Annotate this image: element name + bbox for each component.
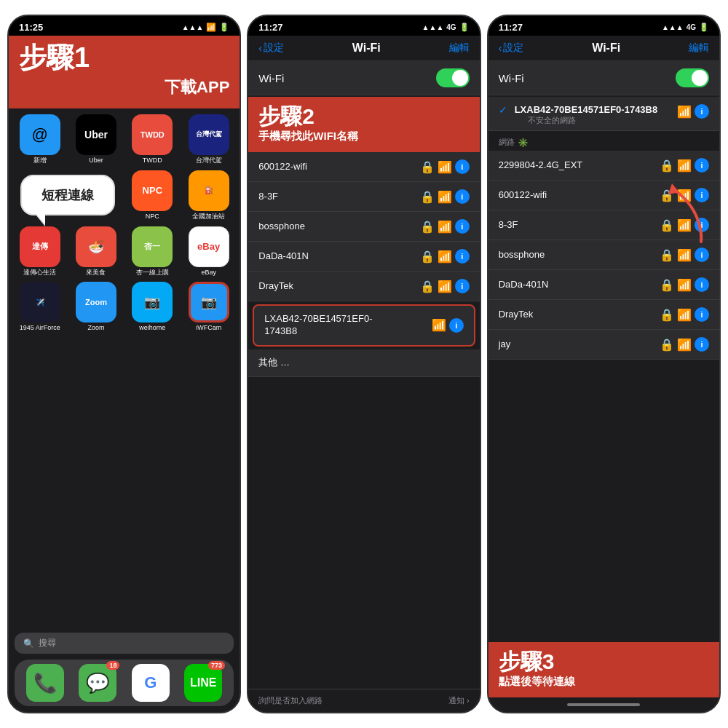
edit-button[interactable]: 編輯 bbox=[449, 41, 470, 55]
wifi-name: DrayTek bbox=[499, 309, 534, 321]
dock-line[interactable]: LINE 773 bbox=[184, 664, 222, 702]
phone3-status-bar: 11:27 ▲▲▲ 4G 🔋 bbox=[488, 16, 719, 36]
step3-subtitle: 點選後等待連線 bbox=[499, 675, 709, 689]
network-section-header: 網路 ✳️ bbox=[488, 131, 719, 151]
info-button[interactable]: i bbox=[695, 337, 709, 352]
app-email[interactable]: @ 新增 bbox=[15, 114, 65, 165]
dock-phone[interactable]: 📞 bbox=[26, 664, 64, 702]
app-taiwanrep-icon: 台灣代駕 bbox=[189, 114, 229, 155]
connected-ssid: LXAB42-70BE14571EF0-1743B8 bbox=[515, 104, 658, 115]
back-button[interactable]: ‹ 設定 bbox=[258, 41, 284, 55]
signal-icon: ▲▲▲ bbox=[182, 23, 204, 31]
info-button[interactable]: i bbox=[449, 318, 464, 333]
app-gasstation[interactable]: ⛽ 全國加油站 bbox=[183, 170, 234, 221]
wifi-item-lxab42[interactable]: LXAB42-70BE14571EF0-1743B8 📶 i bbox=[253, 304, 475, 347]
lock-icon: 🔒 bbox=[660, 308, 674, 322]
app-iwfcam[interactable]: 📷 iWFCam bbox=[183, 282, 234, 332]
app-taiwanrep[interactable]: 台灣代駕 台灣代駕 bbox=[183, 114, 234, 165]
wifi3-dada[interactable]: DaDa-401N 🔒 📶 i bbox=[488, 270, 719, 300]
wifi-item-dada[interactable]: DaDa-401N 🔒 📶 i bbox=[248, 242, 479, 272]
app-app1-label: 杏一線上購 bbox=[136, 269, 169, 277]
app-ebay-icon: eBay bbox=[189, 226, 229, 267]
nav-title: Wi-Fi bbox=[352, 41, 381, 55]
app-app1[interactable]: 杏一 杏一線上購 bbox=[127, 226, 178, 277]
app-gasstation-label: 全國加油站 bbox=[192, 213, 225, 221]
wifi-toggle-row: Wi-Fi bbox=[248, 61, 479, 95]
step2-banner: 步驟2 手機尋找此WIFI名稱 bbox=[248, 97, 479, 152]
edit-button3[interactable]: 編輯 bbox=[689, 41, 709, 55]
back-button3[interactable]: ‹ 設定 bbox=[499, 41, 524, 55]
step1-subtitle: 下載APP bbox=[19, 76, 229, 98]
wifi3-toggle-label: Wi-Fi bbox=[499, 72, 524, 84]
wifi-item-draytek[interactable]: DrayTek 🔒 📶 i bbox=[248, 272, 479, 301]
info-button[interactable]: i bbox=[695, 188, 709, 202]
app-ebay[interactable]: eBay eBay bbox=[183, 226, 234, 277]
app-laimei[interactable]: 🍜 來美食 bbox=[71, 226, 121, 277]
info-button[interactable]: i bbox=[455, 279, 470, 293]
wifi-name: 600122-wifi bbox=[258, 161, 307, 173]
phone1-status-icons: ▲▲▲ 📶 🔋 bbox=[182, 23, 230, 32]
wifi3-bossphone[interactable]: bossphone 🔒 📶 i bbox=[488, 240, 719, 270]
dock: 📞 💬 18 G LINE 773 bbox=[15, 660, 234, 706]
wifi3-draytek[interactable]: DrayTek 🔒 📶 i bbox=[488, 300, 719, 330]
dock-messages[interactable]: 💬 18 bbox=[79, 664, 116, 702]
app-weihome[interactable]: 📷 weihome bbox=[127, 282, 178, 332]
dock-google[interactable]: G bbox=[132, 664, 170, 702]
app-airforce[interactable]: ✈️ 1945 AirForce bbox=[15, 282, 65, 332]
phone2-wifi-list: 600122-wifi 🔒 📶 i 8-3F 🔒 📶 i bossphone bbox=[248, 152, 479, 689]
wifi-strength-icon: 📶 bbox=[438, 190, 452, 204]
search-placeholder: 搜尋 bbox=[39, 637, 56, 649]
phone3-nav: ‹ 設定 Wi-Fi 編輯 bbox=[488, 36, 719, 61]
signal-icon3: ▲▲▲ bbox=[662, 23, 684, 31]
app-weihome-icon: 📷 bbox=[132, 282, 173, 323]
app-daguan[interactable]: 達傳 達傳心生活 bbox=[15, 226, 65, 277]
info-button[interactable]: i bbox=[695, 248, 709, 262]
wifi-toggle[interactable] bbox=[436, 68, 470, 87]
info-button[interactable]: i bbox=[455, 159, 470, 174]
lock-icon: 🔒 bbox=[420, 280, 435, 293]
phone1-time: 11:25 bbox=[19, 22, 43, 33]
wifi-item-600122[interactable]: 600122-wifi 🔒 📶 i bbox=[248, 152, 479, 182]
step1-header: 步驟1 下載APP bbox=[9, 36, 240, 108]
main-container: 11:25 ▲▲▲ 📶 🔋 步驟1 下載APP @ 新增 Uber Uber bbox=[0, 0, 728, 728]
connected-info-btn[interactable]: i bbox=[695, 104, 709, 119]
app-app1-icon: 杏一 bbox=[132, 226, 173, 267]
wifi-name: 600122-wifi bbox=[499, 189, 547, 202]
wifi-item-icons: 🔒 📶 i bbox=[660, 307, 709, 322]
wifi-item-8-3f[interactable]: 8-3F 🔒 📶 i bbox=[248, 182, 479, 212]
info-button[interactable]: i bbox=[695, 307, 709, 322]
info-button[interactable]: i bbox=[695, 218, 709, 232]
wifi-item-bossphone[interactable]: bossphone 🔒 📶 i bbox=[248, 212, 479, 242]
wifi-strength-icon: 📶 bbox=[677, 159, 692, 173]
chevron-left-icon: ‹ bbox=[258, 42, 262, 54]
info-button[interactable]: i bbox=[455, 189, 470, 204]
app-twdd[interactable]: TWDD TWDD bbox=[127, 114, 178, 165]
search-icon: 🔍 bbox=[23, 638, 34, 649]
app-weihome-label: weihome bbox=[139, 325, 165, 332]
lock-icon: 🔒 bbox=[660, 218, 674, 232]
wifi3-jay[interactable]: jay 🔒 📶 i bbox=[488, 330, 719, 360]
wifi-strength-icon: 📶 bbox=[432, 318, 446, 332]
wifi3-8-3f[interactable]: 8-3F 🔒 📶 i bbox=[488, 210, 719, 240]
phone3: 11:27 ▲▲▲ 4G 🔋 ‹ 設定 Wi-Fi 編輯 Wi-Fi ✓ bbox=[487, 15, 721, 713]
info-button[interactable]: i bbox=[455, 219, 470, 234]
app-uber[interactable]: Uber Uber bbox=[71, 114, 121, 165]
app-zoom-icon: Zoom bbox=[76, 282, 116, 323]
info-button[interactable]: i bbox=[455, 249, 470, 264]
network-type2: 4G bbox=[446, 23, 456, 31]
signal-icon2: ▲▲▲ bbox=[422, 23, 444, 31]
wifi3-600122[interactable]: 600122-wifi 🔒 📶 i bbox=[488, 181, 719, 210]
app-zoom[interactable]: Zoom Zoom bbox=[71, 282, 121, 332]
info-button[interactable]: i bbox=[695, 277, 709, 292]
wifi-item-icons: 🔒 📶 i bbox=[420, 159, 470, 174]
bottom-left-label: 詢問是否加入網路 bbox=[258, 695, 323, 706]
home-indicator-bar bbox=[567, 703, 640, 706]
search-bar[interactable]: 🔍 搜尋 bbox=[15, 633, 234, 654]
phone3-time: 11:27 bbox=[499, 22, 523, 33]
wifi-item-other[interactable]: 其他 … bbox=[248, 349, 479, 377]
app-npc[interactable]: NPC NPC bbox=[127, 170, 178, 221]
wifi3-toggle[interactable] bbox=[676, 68, 709, 87]
info-button[interactable]: i bbox=[695, 158, 709, 173]
app-email-label: 新增 bbox=[33, 157, 47, 165]
wifi3-2299804[interactable]: 2299804-2.4G_EXT 🔒 📶 i bbox=[488, 151, 719, 181]
